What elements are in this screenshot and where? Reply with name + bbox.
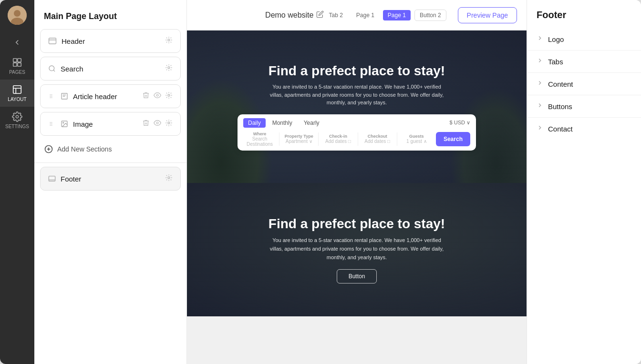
svg-point-10: [16, 115, 19, 118]
rp-item-logo[interactable]: Logo: [527, 28, 641, 51]
hero-title-1: Find a prefect place to stay!: [238, 63, 476, 79]
layout-panel: Main Page Layout Header: [34, 0, 187, 364]
tab-tab2[interactable]: Tab 2: [324, 10, 347, 20]
rp-tabs-label: Tabs: [548, 58, 563, 66]
chevron-tabs-icon: [537, 57, 543, 66]
rp-item-tabs[interactable]: Tabs: [527, 51, 641, 73]
section-footer[interactable]: Footer: [40, 167, 181, 191]
svg-point-32: [50, 125, 51, 126]
footer-settings-icon[interactable]: [165, 174, 173, 183]
svg-rect-11: [49, 38, 56, 44]
svg-point-17: [50, 94, 51, 95]
svg-line-15: [53, 70, 55, 71]
preview-page-button[interactable]: Preview Page: [458, 7, 517, 23]
svg-point-21: [50, 97, 51, 98]
preview-topbar: Demo website Tab 2 Page 1 Page 1 Button …: [187, 0, 527, 30]
layout-label: LAYOUT: [8, 97, 26, 102]
rp-item-content[interactable]: Content: [527, 73, 641, 95]
stab-daily[interactable]: Daily: [243, 118, 266, 128]
search-field-property: Property Type Apartment ∨: [282, 134, 315, 144]
rp-item-contact[interactable]: Contact: [527, 118, 641, 140]
section-image[interactable]: Image: [40, 112, 181, 136]
hero-title-2: Find a prefect place to stay!: [266, 216, 447, 232]
search-box[interactable]: Daily Monthly Yearly $ USD ∨ Where Searc…: [238, 114, 476, 151]
svg-point-20: [52, 96, 52, 97]
article-eye-icon[interactable]: [154, 91, 161, 101]
search-settings-icon[interactable]: [165, 64, 173, 73]
search-tabs-row: Daily Monthly Yearly $ USD ∨: [243, 118, 470, 128]
section-article-header[interactable]: Article header: [40, 84, 181, 108]
nav-back-button[interactable]: [0, 32, 34, 52]
tab-button2[interactable]: Button 2: [414, 10, 446, 21]
svg-rect-41: [49, 176, 55, 182]
pages-label: PAGES: [9, 70, 25, 75]
svg-point-36: [156, 122, 158, 124]
hero-section-1: Find a prefect place to stay! You are in…: [187, 30, 527, 183]
stab-monthly[interactable]: Monthly: [268, 118, 297, 128]
preview-topbar-right: Tab 2 Page 1 Page 1 Button 2 Preview Pag…: [324, 7, 517, 23]
currency-label[interactable]: $ USD ∨: [450, 120, 470, 126]
search-field-checkout: Checkout Add dates □: [361, 134, 394, 144]
chevron-contact-icon: [537, 124, 543, 133]
pencil-icon[interactable]: [316, 10, 324, 20]
svg-point-30: [50, 123, 51, 124]
image-settings-icon[interactable]: [165, 119, 173, 129]
chevron-content-icon: [537, 80, 543, 88]
svg-rect-4: [18, 59, 21, 62]
search-field-guests: Guests 1 guest ∧: [400, 134, 433, 144]
svg-point-43: [168, 177, 170, 179]
sidebar-item-settings[interactable]: SETTINGS: [0, 107, 34, 134]
sidebar-item-layout[interactable]: LAYOUT: [0, 80, 34, 107]
search-button[interactable]: Search: [436, 132, 470, 146]
article-header-label: Article header: [73, 92, 117, 101]
article-header-icon: [61, 92, 68, 100]
add-new-sections-btn[interactable]: Add New Sections: [34, 140, 186, 159]
hero-subtitle-2: You are invited to a 5-star vacation ren…: [266, 236, 447, 262]
stab-yearly[interactable]: Yearly: [299, 118, 324, 128]
rp-item-buttons[interactable]: Buttons: [527, 95, 641, 118]
hero-content-1: Find a prefect place to stay! You are in…: [228, 63, 486, 150]
svg-point-16: [168, 67, 170, 69]
image-drag-icon[interactable]: [48, 121, 54, 127]
rp-buttons-label: Buttons: [548, 102, 572, 111]
search-field-where: Where Search Destinations: [243, 131, 276, 147]
preview-area: Demo website Tab 2 Page 1 Page 1 Button …: [187, 0, 527, 364]
sidebar-item-pages[interactable]: PAGES: [0, 52, 34, 80]
chevron-logo-icon: [537, 35, 543, 43]
right-panel: Footer Logo Tabs Content: [527, 0, 641, 364]
svg-point-37: [168, 122, 170, 124]
hero-section-2: Find a prefect place to stay! You are in…: [187, 183, 527, 316]
section-search[interactable]: Search: [40, 57, 181, 81]
search-label: Search: [61, 65, 83, 73]
tab-page1-active[interactable]: Page 1: [383, 10, 411, 20]
header-settings-icon[interactable]: [165, 36, 173, 46]
section-header[interactable]: Header: [40, 29, 181, 53]
svg-point-19: [50, 96, 51, 97]
svg-point-14: [49, 66, 54, 71]
preview-content[interactable]: Find a prefect place to stay! You are in…: [187, 30, 527, 364]
svg-point-26: [156, 94, 158, 96]
svg-rect-7: [13, 86, 21, 94]
svg-rect-6: [18, 63, 21, 66]
svg-point-35: [63, 122, 64, 123]
svg-point-13: [168, 39, 170, 41]
preview-title: Demo website: [265, 10, 324, 20]
header-label: Header: [62, 37, 85, 45]
rp-contact-label: Contact: [548, 125, 573, 133]
tab-page1-first[interactable]: Page 1: [352, 10, 379, 20]
image-delete-icon[interactable]: [142, 119, 150, 129]
hero2-button[interactable]: Button: [337, 269, 377, 283]
image-eye-icon[interactable]: [154, 119, 161, 129]
search-tabs: Daily Monthly Yearly: [243, 118, 324, 128]
footer-label: Footer: [61, 175, 81, 183]
chevron-buttons-icon: [537, 102, 543, 111]
article-drag-icon[interactable]: [48, 93, 54, 99]
search-fields: Where Search Destinations Property Type …: [243, 131, 470, 147]
rp-content-label: Content: [548, 80, 573, 88]
svg-point-31: [52, 123, 52, 124]
avatar[interactable]: [8, 6, 27, 25]
article-settings-icon[interactable]: [165, 91, 173, 101]
svg-rect-5: [13, 63, 17, 66]
article-delete-icon[interactable]: [142, 91, 150, 101]
icon-sidebar: PAGES LAYOUT SETTINGS: [0, 0, 34, 364]
